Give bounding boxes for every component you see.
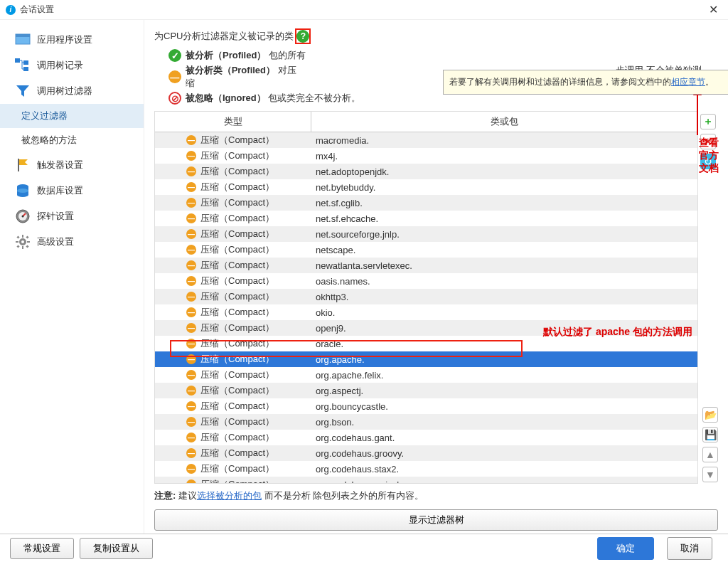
- probe-icon: [14, 209, 31, 223]
- compact-icon: —: [186, 417, 196, 427]
- compact-icon: —: [186, 292, 196, 302]
- sidebar-item-8[interactable]: 高级设置: [0, 229, 144, 255]
- move-up-button[interactable]: ▲: [702, 447, 718, 462]
- compact-icon: —: [186, 182, 196, 192]
- col-type[interactable]: 类型: [155, 112, 311, 132]
- svg-rect-20: [26, 235, 28, 238]
- compact-icon: —: [186, 354, 196, 364]
- svg-rect-18: [27, 241, 30, 243]
- doc-link[interactable]: 相应章节: [671, 77, 705, 87]
- general-settings-button[interactable]: 常规设置: [10, 538, 74, 559]
- sidebar-item-2[interactable]: 调用树过滤器: [0, 78, 144, 104]
- sidebar-item-label: 调用树过滤器: [37, 85, 92, 97]
- sidebar-item-5[interactable]: 触发器设置: [0, 152, 144, 178]
- gear-icon: [14, 235, 31, 249]
- compact-icon: —: [186, 260, 196, 270]
- compact-icon: —: [186, 135, 196, 145]
- sidebar-item-0[interactable]: 应用程序设置: [0, 27, 144, 53]
- note-text: 注意: 建议选择被分析的包 而不是分析 除包列表之外的所有内容。: [154, 489, 718, 502]
- table-row[interactable]: —压缩（Compact）okhttp3.: [155, 289, 697, 304]
- table-row[interactable]: —压缩（Compact）mx4j.: [155, 148, 697, 164]
- compact-icon: —: [186, 276, 196, 286]
- table-row[interactable]: —压缩（Compact）net.sf.cglib.: [155, 195, 697, 211]
- sidebar-item-3[interactable]: 定义过滤器: [0, 104, 144, 128]
- compact-icon: —: [186, 448, 196, 458]
- save-button[interactable]: 💾: [702, 427, 718, 442]
- table-row[interactable]: —压缩（Compact）org.codehaus.swizzle.: [155, 477, 697, 484]
- show-filter-tree-button[interactable]: 显示过滤器树: [154, 509, 718, 531]
- compact-icon: —: [186, 245, 196, 255]
- ignore-icon: ⊘: [168, 92, 181, 105]
- compact-icon: —: [186, 464, 196, 474]
- col-pkg[interactable]: 类或包: [311, 112, 697, 132]
- compact-icon: —: [186, 370, 196, 380]
- filter-icon: [14, 84, 31, 98]
- sidebar-item-label: 触发器设置: [37, 159, 83, 171]
- table-row[interactable]: —压缩（Compact）oasis.names.: [155, 273, 697, 289]
- table-row[interactable]: —压缩（Compact）netscape.: [155, 242, 697, 258]
- sidebar-item-7[interactable]: 探针设置: [0, 203, 144, 229]
- tree-icon: [14, 58, 31, 73]
- table-row[interactable]: —压缩（Compact）org.apache.felix.: [155, 367, 697, 383]
- svg-rect-5: [18, 159, 19, 171]
- table-row[interactable]: —压缩（Compact）net.sf.ehcache.: [155, 211, 697, 226]
- compact-icon: —: [186, 339, 196, 349]
- table-row[interactable]: —压缩（Compact）newatlanta.servletexec.: [155, 258, 697, 273]
- sidebar-item-label: 应用程序设置: [37, 33, 92, 46]
- content: 为CPU分析过滤器定义被记录的类 ? ✓被分析（Profiled） 包的所有 —…: [144, 20, 728, 534]
- table-row[interactable]: —压缩（Compact）org.codehaus.gant.: [155, 430, 697, 445]
- compact-icon: —: [186, 323, 196, 333]
- svg-rect-1: [16, 34, 30, 37]
- window-title: 会话设置: [20, 4, 54, 16]
- table-row[interactable]: —压缩（Compact）net.sourceforge.jnlp.: [155, 226, 697, 242]
- compact-icon: —: [186, 229, 196, 239]
- app-icon: [14, 33, 31, 47]
- add-button[interactable]: ＋: [700, 114, 716, 129]
- compact-icon: —: [186, 479, 196, 484]
- sidebar-item-4[interactable]: 被忽略的方法: [0, 128, 144, 152]
- svg-point-13: [22, 216, 24, 218]
- table-row[interactable]: —压缩（Compact）okio.: [155, 304, 697, 320]
- sidebar-item-6[interactable]: 数据库设置: [0, 178, 144, 203]
- db-icon: [14, 184, 31, 198]
- table-row[interactable]: —压缩（Compact）net.bytebuddy.: [155, 179, 697, 195]
- table-row[interactable]: —压缩（Compact）org.bouncycastle.: [155, 398, 697, 414]
- copy-settings-button[interactable]: 复制设置从: [80, 538, 153, 559]
- content-description: 为CPU分析过滤器定义被记录的类: [154, 30, 294, 43]
- cancel-button[interactable]: 取消: [667, 537, 712, 560]
- sidebar-item-1[interactable]: 调用树记录: [0, 53, 144, 78]
- table-row[interactable]: —压缩（Compact）org.bson.: [155, 414, 697, 430]
- analyzed-pkg-link[interactable]: 选择被分析的包: [197, 490, 262, 501]
- svg-rect-3: [23, 60, 28, 65]
- compact-icon: —: [186, 151, 196, 161]
- sidebar: 应用程序设置调用树记录调用树过滤器定义过滤器被忽略的方法触发器设置数据库设置探针…: [0, 20, 144, 534]
- table-row[interactable]: —压缩（Compact）macromedia.: [155, 132, 697, 148]
- table-row[interactable]: —压缩（Compact）org.aspectj.: [155, 383, 697, 398]
- svg-rect-22: [26, 245, 28, 248]
- open-button[interactable]: 📂: [702, 407, 718, 423]
- filter-table[interactable]: 类型 类或包 —压缩（Compact）macromedia.—压缩（Compac…: [154, 111, 698, 484]
- svg-point-8: [17, 193, 28, 197]
- compact-icon: —: [186, 198, 196, 208]
- annotation-apache: 默认过滤了 apache 包的方法调用: [543, 326, 692, 339]
- svg-rect-21: [16, 245, 19, 248]
- table-row[interactable]: —压缩（Compact）org.codehaus.stax2.: [155, 461, 697, 477]
- titlebar: i 会话设置 ✕: [0, 0, 728, 20]
- help-tooltip: 若要了解有关调用树和过滤器的详细信息，请参阅文档中的相应章节。 ✕: [443, 70, 728, 95]
- help-icon[interactable]: ?: [296, 30, 309, 43]
- move-down-button[interactable]: ▼: [702, 467, 718, 482]
- sidebar-item-label: 被忽略的方法: [21, 134, 77, 147]
- svg-rect-19: [16, 235, 19, 238]
- compact-icon: —: [186, 386, 196, 396]
- table-row[interactable]: —压缩（Compact）org.apache.: [155, 351, 697, 367]
- svg-rect-4: [23, 67, 28, 71]
- sidebar-item-label: 定义过滤器: [21, 110, 68, 122]
- sidebar-item-label: 探针设置: [37, 210, 74, 223]
- ok-button[interactable]: 确定: [597, 537, 654, 560]
- svg-point-23: [21, 240, 24, 243]
- close-icon[interactable]: ✕: [705, 3, 722, 16]
- table-row[interactable]: —压缩（Compact）org.codehaus.groovy.: [155, 445, 697, 461]
- compact-icon: —: [168, 70, 181, 83]
- table-row[interactable]: —压缩（Compact）net.adoptopenjdk.: [155, 164, 697, 179]
- sidebar-item-label: 高级设置: [37, 235, 74, 248]
